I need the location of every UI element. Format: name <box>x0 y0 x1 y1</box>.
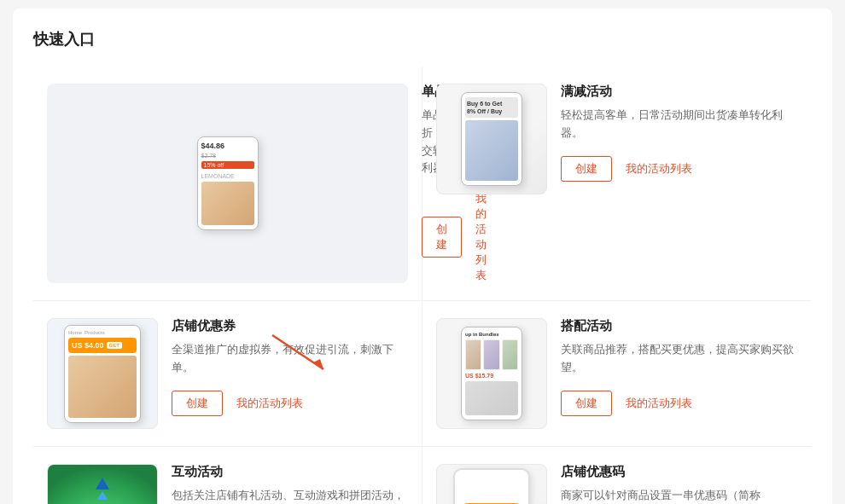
card-single-discount: $44.86 $2.78 15% off LEMONADE 单品折扣 单品级打折… <box>33 67 422 301</box>
card-content-promo-code: 店铺优惠码 商家可以针对商品设置一串优惠码（简称code），买家下单时输入优惠码… <box>561 464 798 504</box>
list-link-bundle[interactable]: 我的活动列表 <box>626 396 692 411</box>
create-button-bundle[interactable]: 创建 <box>561 391 612 416</box>
card-coupon: Home Products US $4.00 GET 店铺优惠券 全渠道推广的虚… <box>33 301 422 447</box>
discount-product-image <box>201 182 254 225</box>
list-link-full-reduction[interactable]: 我的活动列表 <box>626 161 692 177</box>
card-title-bundle: 搭配活动 <box>561 318 798 334</box>
card-desc-coupon: 全渠道推广的虚拟券，有效促进引流，刺激下单。 <box>172 341 408 377</box>
card-image-bundle: up in Bundles US $15.79 <box>436 318 547 429</box>
discount-old-price: $2.78 <box>201 153 254 159</box>
arrow-up-light <box>97 491 108 500</box>
phone-mock-bundle: up in Bundles US $15.79 <box>461 327 522 420</box>
page-title: 快速入口 <box>33 29 812 49</box>
card-content-coupon: 店铺优惠券 全渠道推广的虚拟券，有效促进引流，刺激下单。 创建 我的活动列表 <box>172 318 408 416</box>
buy6-banner: Buy 6 to Get 8% Off / Buy <box>465 97 518 118</box>
card-image-full-reduction: Buy 6 to Get 8% Off / Buy <box>436 84 547 194</box>
card-image-single-discount: $44.86 $2.78 15% off LEMONADE <box>47 84 408 283</box>
list-link-coupon[interactable]: 我的活动列表 <box>236 396 303 411</box>
discount-price: $44.86 <box>201 142 254 150</box>
phone-mock-full-reduction: Buy 6 to Get 8% Off / Buy <box>461 92 522 186</box>
card-image-promo-code: Promo Code Orders over US $10 <box>436 464 547 504</box>
create-button-coupon[interactable]: 创建 <box>172 391 223 416</box>
discount-brand: LEMONADE <box>201 173 254 179</box>
shoot-background: SHOOT ABOUT <box>48 465 157 504</box>
cards-grid: $44.86 $2.78 15% off LEMONADE 单品折扣 单品级打折… <box>33 67 812 504</box>
card-title-full-reduction: 满减活动 <box>561 84 798 100</box>
main-container: 快速入口 $44.86 $2.78 15% off LEMONADE 单品折扣 … <box>13 9 832 504</box>
card-content-interactive: 互动活动 包括关注店铺有礼活动、互动游戏和拼团活动，引导用户产生转化。 创建 我… <box>172 464 408 504</box>
card-desc-interactive: 包括关注店铺有礼活动、互动游戏和拼团活动，引导用户产生转化。 <box>172 487 408 504</box>
card-desc-bundle: 关联商品推荐，搭配买更优惠，提高买家购买欲望。 <box>561 341 798 377</box>
card-actions-coupon: 创建 我的活动列表 <box>172 391 408 416</box>
phone-mock-coupon: Home Products US $4.00 GET <box>64 325 141 423</box>
card-content-full-reduction: 满减活动 轻松提高客单，日常活动期间出货凑单转化利器。 创建 我的活动列表 <box>561 84 798 182</box>
buy6-product-image <box>465 120 518 181</box>
phone-mock-discount: $44.86 $2.78 15% off LEMONADE <box>197 136 259 230</box>
bundle-products <box>465 339 518 370</box>
card-image-interactive: SHOOT ABOUT <box>47 464 158 504</box>
card-actions-full-reduction: 创建 我的活动列表 <box>561 156 798 182</box>
create-button-full-reduction[interactable]: 创建 <box>561 156 612 182</box>
card-full-reduction: Buy 6 to Get 8% Off / Buy 满减活动 轻松提高客单，日常… <box>422 67 812 301</box>
card-interactive: SHOOT ABOUT 互动活动 包括关注店铺有礼活动、互动游戏和拼团活动，引导… <box>33 447 422 504</box>
card-bundle: up in Bundles US $15.79 搭配活动 关联商品推荐，搭配买更… <box>422 301 812 447</box>
coupon-nav: Home Products <box>68 330 137 335</box>
card-title-coupon: 店铺优惠券 <box>172 318 408 334</box>
shoot-arrows <box>96 478 109 500</box>
phone-mock-promo-code: Promo Code Orders over US $10 <box>453 468 530 504</box>
card-title-promo-code: 店铺优惠码 <box>561 464 798 480</box>
arrow-up-dark <box>96 478 109 490</box>
card-desc-full-reduction: 轻松提高客单，日常活动期间出货凑单转化利器。 <box>561 107 798 142</box>
discount-badge: 15% off <box>201 161 254 169</box>
coupon-products <box>68 356 137 418</box>
card-title-interactive: 互动活动 <box>172 464 408 480</box>
card-image-coupon: Home Products US $4.00 GET <box>47 318 158 429</box>
card-actions-bundle: 创建 我的活动列表 <box>561 391 798 416</box>
card-content-bundle: 搭配活动 关联商品推荐，搭配买更优惠，提高买家购买欲望。 创建 我的活动列表 <box>561 318 798 416</box>
card-promo-code: Promo Code Orders over US $10 店铺优惠码 商家可以… <box>422 447 812 504</box>
coupon-card: US $4.00 GET <box>68 338 137 353</box>
card-desc-promo-code: 商家可以针对商品设置一串优惠码（简称code），买家下单时输入优惠码即可享受相应… <box>561 487 798 504</box>
